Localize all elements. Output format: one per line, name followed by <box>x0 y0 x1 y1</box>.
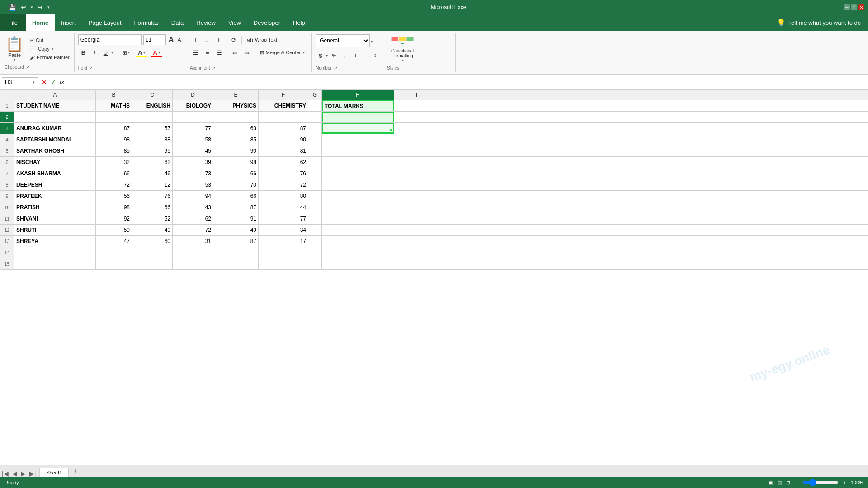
copy-button[interactable]: 📄 Copy ▾ <box>28 45 71 53</box>
paste-dropdown[interactable]: ▾ <box>14 58 15 62</box>
cell-a3[interactable]: ANURAG KUMAR <box>14 123 96 134</box>
cell-d9[interactable]: 94 <box>173 191 213 202</box>
cell-a11[interactable]: SHIVANI <box>14 213 96 224</box>
cell-i12[interactable] <box>394 225 439 235</box>
cell-d3[interactable]: 77 <box>173 123 213 134</box>
cell-c8[interactable]: 12 <box>132 179 173 190</box>
col-header-d[interactable]: D <box>173 90 213 100</box>
cell-g12[interactable] <box>308 225 322 235</box>
cell-h4[interactable] <box>322 134 394 145</box>
cell-c11[interactable]: 52 <box>132 213 173 224</box>
cell-c2[interactable] <box>132 112 173 122</box>
cell-d2[interactable] <box>173 112 213 122</box>
cell-b8[interactable]: 72 <box>96 179 132 190</box>
cell-c9[interactable]: 76 <box>132 191 173 202</box>
col-header-g[interactable]: G <box>308 90 322 100</box>
font-name-input[interactable] <box>78 34 142 45</box>
cut-button[interactable]: ✂ Cut <box>28 37 71 44</box>
cell-i1[interactable] <box>394 100 439 111</box>
zoom-in-btn[interactable]: + <box>843 480 846 485</box>
font-color-dropdown[interactable]: ▾ <box>158 51 160 55</box>
cell-b14[interactable] <box>96 247 132 258</box>
sheet-nav-first[interactable]: |◀ <box>2 470 9 477</box>
cell-c13[interactable]: 60 <box>132 236 173 247</box>
cell-e12[interactable]: 49 <box>213 225 259 235</box>
cell-d6[interactable]: 39 <box>173 157 213 168</box>
cell-h1[interactable]: TOTAL MARKS <box>322 100 394 111</box>
save-icon[interactable]: 💾 <box>7 3 18 12</box>
number-format-select[interactable]: General <box>316 34 370 47</box>
increase-indent-btn[interactable]: ⇒ <box>241 47 253 58</box>
cell-i15[interactable] <box>394 258 439 269</box>
cell-c4[interactable]: 88 <box>132 134 173 145</box>
cell-b1[interactable]: MATHS <box>96 100 132 111</box>
cell-e8[interactable]: 70 <box>213 179 259 190</box>
menu-data[interactable]: Data <box>165 14 190 31</box>
underline-dropdown[interactable]: ▾ <box>111 51 113 55</box>
col-header-e[interactable]: E <box>213 90 259 100</box>
cell-f8[interactable]: 72 <box>259 179 308 190</box>
cell-h3[interactable] <box>322 123 394 134</box>
cell-h8[interactable] <box>322 179 394 190</box>
cell-e9[interactable]: 66 <box>213 191 259 202</box>
cell-a15[interactable] <box>14 258 96 269</box>
cell-h2[interactable] <box>322 112 394 122</box>
left-align-btn[interactable]: ☰ <box>190 47 202 58</box>
cell-f12[interactable]: 34 <box>259 225 308 235</box>
cell-i7[interactable] <box>394 168 439 179</box>
col-header-a[interactable]: A <box>14 90 96 100</box>
cell-h6[interactable] <box>322 157 394 168</box>
number-expand-arrow[interactable]: ▾ <box>371 40 373 44</box>
cell-g6[interactable] <box>308 157 322 168</box>
cell-i6[interactable] <box>394 157 439 168</box>
cell-a9[interactable]: PRATEEK <box>14 191 96 202</box>
sheet-nav-next[interactable]: ▶ <box>21 470 26 477</box>
cell-h7[interactable] <box>322 168 394 179</box>
cell-a2[interactable] <box>14 112 96 122</box>
cell-g1[interactable] <box>308 100 322 111</box>
menu-help[interactable]: Help <box>287 14 311 31</box>
undo-dropdown-icon[interactable]: ▾ <box>29 4 34 10</box>
cell-b13[interactable]: 47 <box>96 236 132 247</box>
cell-d11[interactable]: 62 <box>173 213 213 224</box>
fill-color-button[interactable]: A ▾ <box>135 47 148 58</box>
cell-d12[interactable]: 72 <box>173 225 213 235</box>
cell-e1[interactable]: PHYSICS <box>213 100 259 111</box>
format-painter-button[interactable]: 🖌 Format Painter <box>28 54 71 61</box>
cell-b6[interactable]: 32 <box>96 157 132 168</box>
cell-g10[interactable] <box>308 202 322 213</box>
cell-g9[interactable] <box>308 191 322 202</box>
menu-formulas[interactable]: Formulas <box>128 14 165 31</box>
comma-btn[interactable]: , <box>340 51 348 61</box>
cell-c10[interactable]: 66 <box>132 202 173 213</box>
font-color-button[interactable]: A ▾ <box>150 47 163 58</box>
normal-view-btn[interactable]: ▣ <box>768 480 773 486</box>
cell-a13[interactable]: SHREYA <box>14 236 96 247</box>
font-size-input[interactable] <box>143 34 166 45</box>
cell-c5[interactable]: 95 <box>132 145 173 156</box>
menu-file[interactable]: File <box>0 14 26 31</box>
cell-c12[interactable]: 49 <box>132 225 173 235</box>
cell-e15[interactable] <box>213 258 259 269</box>
right-align-btn[interactable]: ☰ <box>213 47 225 58</box>
cell-h10[interactable] <box>322 202 394 213</box>
formula-cancel-btn[interactable]: ✕ <box>41 78 48 87</box>
cell-c3[interactable]: 57 <box>132 123 173 134</box>
merge-dropdown[interactable]: ▾ <box>303 51 305 55</box>
minimize-btn[interactable]: ─ <box>844 4 850 10</box>
decrease-font-btn[interactable]: A <box>176 36 182 44</box>
cell-e2[interactable] <box>213 112 259 122</box>
col-header-f[interactable]: F <box>259 90 308 100</box>
cell-f15[interactable] <box>259 258 308 269</box>
cell-f10[interactable]: 44 <box>259 202 308 213</box>
cell-g7[interactable] <box>308 168 322 179</box>
borders-button[interactable]: ⊞ ▾ <box>119 47 133 58</box>
cell-d4[interactable]: 58 <box>173 134 213 145</box>
close-btn[interactable]: ✕ <box>858 4 864 10</box>
accounting-dropdown[interactable]: ▾ <box>326 54 328 58</box>
cell-d5[interactable]: 45 <box>173 145 213 156</box>
cell-a1[interactable]: STUDENT NAME <box>14 100 96 111</box>
cell-d14[interactable] <box>173 247 213 258</box>
menu-view[interactable]: View <box>222 14 247 31</box>
cell-i11[interactable] <box>394 213 439 224</box>
